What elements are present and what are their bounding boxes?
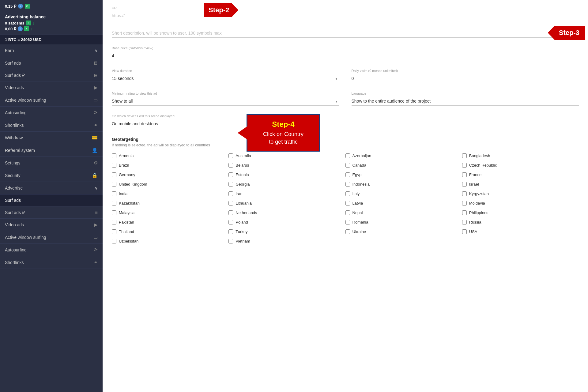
list-item: Lithuania bbox=[228, 200, 345, 207]
country-checkbox[interactable] bbox=[112, 239, 116, 243]
duration-visits-row: View duration 15 seconds 30 seconds 60 s… bbox=[112, 69, 579, 83]
country-checkbox[interactable] bbox=[112, 163, 116, 168]
desc-input[interactable] bbox=[112, 29, 579, 38]
country-checkbox[interactable] bbox=[462, 201, 467, 205]
sidebar-item-referral[interactable]: Referral system 👤 bbox=[0, 144, 103, 157]
country-checkbox[interactable] bbox=[112, 182, 116, 187]
country-checkbox[interactable] bbox=[228, 220, 233, 224]
country-checkbox[interactable] bbox=[112, 229, 116, 234]
add-satoshi-icon[interactable]: + bbox=[26, 21, 31, 25]
country-checkbox[interactable] bbox=[228, 201, 233, 205]
country-checkbox[interactable] bbox=[462, 182, 467, 187]
country-checkbox[interactable] bbox=[228, 153, 233, 158]
sidebar-item-surf-ads[interactable]: Surf ads 🖥 bbox=[0, 57, 103, 69]
step4-desc: Click on Countryto get traffic bbox=[254, 130, 312, 146]
country-label: France bbox=[469, 172, 481, 177]
window2-icon: ▭ bbox=[93, 235, 98, 240]
country-checkbox[interactable] bbox=[228, 229, 233, 234]
country-checkbox[interactable] bbox=[112, 191, 116, 196]
monitor2-icon: 🖥 bbox=[93, 73, 98, 78]
country-checkbox[interactable] bbox=[462, 210, 467, 215]
sidebar-item-shortlinks[interactable]: Shortlinks ⚭ bbox=[0, 119, 103, 132]
url-input[interactable] bbox=[112, 11, 579, 20]
country-checkbox[interactable] bbox=[345, 172, 350, 177]
country-label: Moldavia bbox=[469, 201, 485, 205]
sidebar-item-active-window-surfing[interactable]: Active window surfing ▭ bbox=[0, 94, 103, 107]
list-item: Netherlands bbox=[228, 209, 345, 216]
main-content: URL Step-2 Step-3 Base price (Satoshis /… bbox=[103, 0, 588, 392]
country-checkbox[interactable] bbox=[112, 220, 116, 224]
sidebar-item-video-ads[interactable]: Video ads ▶ bbox=[0, 81, 103, 94]
country-label: Belarus bbox=[236, 163, 249, 168]
min-rating-select[interactable]: Show to all bbox=[112, 97, 339, 106]
country-checkbox[interactable] bbox=[112, 153, 116, 158]
earn-group-header[interactable]: Earn ∨ bbox=[0, 44, 103, 57]
sidebar-item-settings[interactable]: Settings ⚙ bbox=[0, 157, 103, 169]
country-checkbox[interactable] bbox=[228, 182, 233, 187]
country-checkbox[interactable] bbox=[462, 220, 467, 224]
country-checkbox[interactable] bbox=[112, 201, 116, 205]
country-checkbox[interactable] bbox=[345, 182, 350, 187]
country-checkbox[interactable] bbox=[228, 239, 233, 243]
advertise-label: Advertise bbox=[5, 186, 23, 190]
sidebar-item-active-window2[interactable]: Active window surfing ▭ bbox=[0, 231, 103, 244]
sidebar-item-autosurfing[interactable]: Autosurfing ⟳ bbox=[0, 107, 103, 119]
security-icon: 🔒 bbox=[92, 173, 98, 178]
country-label: USA bbox=[469, 229, 477, 234]
list-item: Thailand bbox=[112, 228, 228, 235]
country-checkbox[interactable] bbox=[112, 210, 116, 215]
min-rating-select-wrapper: Show to all bbox=[112, 97, 339, 106]
country-checkbox[interactable] bbox=[228, 210, 233, 215]
satoshi-arrow-icon[interactable]: ↓ bbox=[32, 21, 35, 25]
sidebar-item-security[interactable]: Security 🔒 bbox=[0, 169, 103, 182]
sidebar-item-surf-ads-rub[interactable]: Surf ads ₽ 🖥 bbox=[0, 69, 103, 81]
country-checkbox[interactable] bbox=[345, 229, 350, 234]
country-label: Czech Republic bbox=[469, 163, 497, 168]
advertise-group-header[interactable]: Advertise ∨ bbox=[0, 182, 103, 194]
sidebar-item-shortlinks2[interactable]: Shortlinks ⚭ bbox=[0, 256, 103, 269]
add-rub-icon[interactable]: + bbox=[24, 26, 29, 31]
info-icon[interactable]: i bbox=[18, 4, 23, 9]
country-checkbox[interactable] bbox=[228, 163, 233, 168]
sidebar-item-surf-ads-rub2[interactable]: Surf ads ₽ ≡ bbox=[0, 206, 103, 219]
surf-ads-rub-label: Surf ads ₽ bbox=[5, 73, 25, 78]
view-duration-select[interactable]: 15 seconds 30 seconds 60 seconds bbox=[112, 74, 339, 83]
country-checkbox[interactable] bbox=[462, 163, 467, 168]
sidebar-item-surf-ads-active[interactable]: Surf ads bbox=[0, 194, 103, 206]
country-label: Pakistan bbox=[119, 220, 134, 224]
country-checkbox[interactable] bbox=[462, 153, 467, 158]
rub-arrow-icon[interactable]: ↓ bbox=[31, 26, 33, 31]
country-checkbox[interactable] bbox=[345, 153, 350, 158]
country-label: Brazil bbox=[119, 163, 129, 168]
list-item: Vietnam bbox=[228, 238, 345, 245]
country-checkbox[interactable] bbox=[345, 220, 350, 224]
list-item: Moldavia bbox=[462, 200, 579, 207]
country-checkbox[interactable] bbox=[228, 172, 233, 177]
sidebar-item-autosurfing2[interactable]: Autosurfing ⟳ bbox=[0, 244, 103, 256]
country-checkbox[interactable] bbox=[345, 191, 350, 196]
country-checkbox[interactable] bbox=[462, 229, 467, 234]
sidebar-item-withdraw[interactable]: Withdraw 💳 bbox=[0, 132, 103, 144]
country-checkbox[interactable] bbox=[345, 210, 350, 215]
language-col: Language Show to the entire audience of … bbox=[352, 92, 579, 106]
country-checkbox[interactable] bbox=[228, 191, 233, 196]
country-label: Vietnam bbox=[236, 239, 250, 243]
g-icon[interactable]: G bbox=[25, 4, 30, 9]
sidebar-item-video-ads2[interactable]: Video ads ▶ bbox=[0, 219, 103, 231]
adv-balance-title: Advertising balance bbox=[5, 14, 98, 19]
active-window2-label: Active window surfing bbox=[5, 235, 46, 240]
info-rub-icon[interactable]: i bbox=[18, 26, 23, 31]
country-checkbox[interactable] bbox=[462, 172, 467, 177]
url-label: URL bbox=[112, 6, 579, 10]
country-checkbox[interactable] bbox=[462, 191, 467, 196]
step4-left-arrow bbox=[238, 126, 247, 140]
earn-items: Surf ads 🖥 Surf ads ₽ 🖥 Video ads ▶ Acti… bbox=[0, 57, 103, 132]
country-checkbox[interactable] bbox=[345, 163, 350, 168]
view-duration-select-wrapper: 15 seconds 30 seconds 60 seconds bbox=[112, 74, 339, 83]
surf-ads-active-row: Surf ads Step-1 bbox=[0, 194, 103, 206]
base-price-section: Base price (Satoshis / view) 4 bbox=[112, 46, 579, 60]
country-checkbox[interactable] bbox=[345, 201, 350, 205]
referral-icon: 👤 bbox=[92, 148, 98, 153]
daily-visits-input[interactable] bbox=[352, 74, 579, 83]
country-checkbox[interactable] bbox=[112, 172, 116, 177]
